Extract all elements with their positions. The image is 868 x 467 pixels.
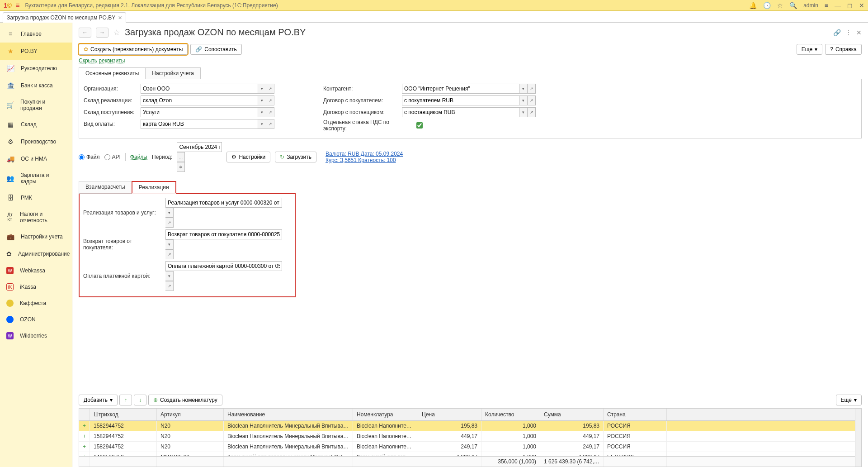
sidebar-item-webkassa[interactable]: WWebkassa (0, 262, 72, 279)
sidebar-item-assets[interactable]: 🚚ОС и НМА (0, 150, 72, 167)
dropdown-icon[interactable]: ▾ (519, 84, 528, 94)
vat-checkbox[interactable] (416, 122, 423, 129)
dropdown-icon[interactable]: ▾ (165, 271, 174, 281)
nav-forward-button[interactable]: → (96, 28, 108, 38)
dropdown-icon[interactable]: ▾ (519, 107, 528, 117)
open-icon[interactable]: ↗ (528, 95, 536, 105)
dropdown-icon[interactable]: ▾ (258, 95, 266, 105)
grid-body[interactable]: +1582944752N20Bioclean Наполнитель Минер… (79, 421, 855, 456)
table-row[interactable]: +1418500758MMGS0520Корм сухой для взросл… (79, 452, 855, 456)
history-icon[interactable]: 🕓 (763, 2, 771, 9)
maximize-icon[interactable]: ◻ (847, 2, 853, 9)
sidebar-item-sales[interactable]: 🛒Покупки и продажи (0, 94, 72, 116)
nav-back-button[interactable]: ← (79, 28, 91, 38)
col-country[interactable]: Страна (604, 409, 667, 420)
col-expand[interactable] (79, 409, 90, 420)
create-docs-button[interactable]: ✿Создать (перезаполнить) документы (79, 44, 188, 55)
search-icon[interactable]: 🔍 (789, 2, 797, 9)
hamburger-icon[interactable]: ≡ (15, 1, 19, 10)
load-button[interactable]: ↻Загрузить (275, 152, 316, 162)
col-nomenclature[interactable]: Номенклатура (353, 409, 418, 420)
sale-doc-input[interactable] (165, 198, 282, 208)
expand-row-icon[interactable]: + (83, 423, 86, 429)
move-up-button[interactable]: ↑ (119, 395, 132, 405)
open-icon[interactable]: ↗ (266, 107, 274, 117)
files-link[interactable]: Файлы (130, 154, 147, 160)
settings-button[interactable]: ⚙Настройки (226, 152, 270, 162)
pay-input[interactable] (141, 119, 258, 129)
dropdown-icon[interactable]: ▾ (258, 119, 266, 129)
add-button[interactable]: Добавить ▾ (79, 395, 118, 405)
currency-link[interactable]: Валюта: RUB Дата: 05.09.2024 (326, 151, 403, 157)
dropdown-icon[interactable]: ▾ (165, 208, 174, 218)
col-name[interactable]: Наименование (224, 409, 353, 420)
period-dots-icon[interactable]: … (177, 152, 185, 162)
open-icon[interactable]: ↗ (528, 107, 536, 117)
table-row[interactable]: +1582944752N20Bioclean Наполнитель Минер… (79, 421, 855, 431)
open-icon[interactable]: ↗ (165, 218, 174, 228)
tab-calculations[interactable]: Взаиморасчеты (79, 181, 132, 194)
radio-api[interactable]: API (104, 154, 121, 160)
dropdown-icon[interactable]: ▾ (165, 239, 174, 249)
close-app-icon[interactable]: ✕ (859, 2, 864, 9)
sidebar-item-warehouse[interactable]: ▦Склад (0, 116, 72, 133)
org-input[interactable] (141, 84, 258, 94)
hide-details-link[interactable]: Скрыть реквизиты (72, 57, 868, 65)
table-row[interactable]: +1582944752N20Bioclean Наполнитель Минер… (79, 442, 855, 452)
supplier-input[interactable] (402, 107, 519, 117)
dropdown-icon[interactable]: ▾ (258, 84, 266, 94)
open-icon[interactable]: ↗ (266, 84, 274, 94)
col-article[interactable]: Артикул (157, 409, 224, 420)
grid-more-button[interactable]: Еще ▾ (836, 395, 862, 405)
help-button[interactable]: ? Справка (825, 44, 862, 55)
dropdown-icon[interactable]: ▾ (519, 95, 528, 105)
col-sum[interactable]: Сумма (540, 409, 604, 420)
rate-link[interactable]: Курс: 3,5651 Кратность: 100 (326, 157, 403, 163)
sidebar-item-salary[interactable]: 👥Зарплата и кадры (0, 167, 72, 189)
sidebar-item-kaffesta[interactable]: Каффеста (0, 295, 72, 311)
open-icon[interactable]: ↗ (266, 95, 274, 105)
buyer-input[interactable] (402, 95, 519, 105)
create-nomenclature-button[interactable]: ⊕Создать номенклатуру (148, 395, 222, 405)
match-button[interactable]: 🔗Сопоставить (190, 44, 241, 55)
sidebar-item-ikassa[interactable]: iKiKassa (0, 279, 72, 295)
sidebar-item-tax[interactable]: ДтКтНалоги и отчетность (0, 206, 72, 228)
tab-realizations[interactable]: Реализации (132, 181, 176, 194)
tab-close-icon[interactable]: ✕ (118, 15, 122, 21)
sidebar-item-manager[interactable]: 📈Руководителю (0, 60, 72, 77)
wh-in-input[interactable] (141, 107, 258, 117)
settings-lines-icon[interactable]: ≡ (825, 2, 828, 9)
grid-scrollbar[interactable] (855, 409, 861, 467)
sidebar-item-bank[interactable]: 🏦Банк и касса (0, 77, 72, 94)
radio-file[interactable]: Файл (79, 154, 100, 160)
dropdown-icon[interactable]: ▾ (258, 107, 266, 117)
open-icon[interactable]: ↗ (165, 281, 174, 291)
sidebar-item-poby[interactable]: ★PO.BY (0, 43, 72, 60)
bell-icon[interactable]: 🔔 (749, 2, 757, 9)
link-icon[interactable]: 🔗 (833, 29, 841, 36)
counter-input[interactable] (402, 84, 519, 94)
sidebar-item-admin[interactable]: ✿Администрирование (0, 245, 72, 262)
return-doc-input[interactable] (165, 229, 282, 239)
sidebar-item-settings[interactable]: 💼Настройки учета (0, 228, 72, 245)
user-label[interactable]: admin (803, 2, 818, 9)
open-icon[interactable]: ↗ (165, 249, 174, 259)
more-button[interactable]: Еще ▾ (797, 44, 822, 55)
sidebar-item-rmk[interactable]: 🗄РМК (0, 189, 72, 206)
table-row[interactable]: +1582944752N20Bioclean Наполнитель Минер… (79, 431, 855, 442)
col-barcode[interactable]: Штрихкод (90, 409, 157, 420)
expand-row-icon[interactable]: + (83, 433, 86, 439)
sidebar-item-ozon[interactable]: OZON (0, 311, 72, 328)
favorite-star-icon[interactable]: ☆ (113, 28, 120, 38)
tab-main-details[interactable]: Основные реквизиты (79, 67, 146, 79)
close-page-icon[interactable]: ✕ (856, 29, 862, 36)
minimize-icon[interactable]: — (835, 2, 841, 9)
period-stepper-icon[interactable]: ≑ (177, 162, 185, 172)
star-icon[interactable]: ☆ (777, 2, 783, 9)
tab-accounting-settings[interactable]: Настройки учета (145, 67, 201, 79)
kebab-icon[interactable]: ⋮ (845, 29, 852, 36)
col-qty[interactable]: Количество (481, 409, 540, 420)
col-price[interactable]: Цена (418, 409, 481, 420)
document-tab[interactable]: Загрузка продаж OZON по месяцам PO.BY ✕ (3, 12, 126, 23)
sidebar-item-production[interactable]: ⚙Производство (0, 133, 72, 150)
